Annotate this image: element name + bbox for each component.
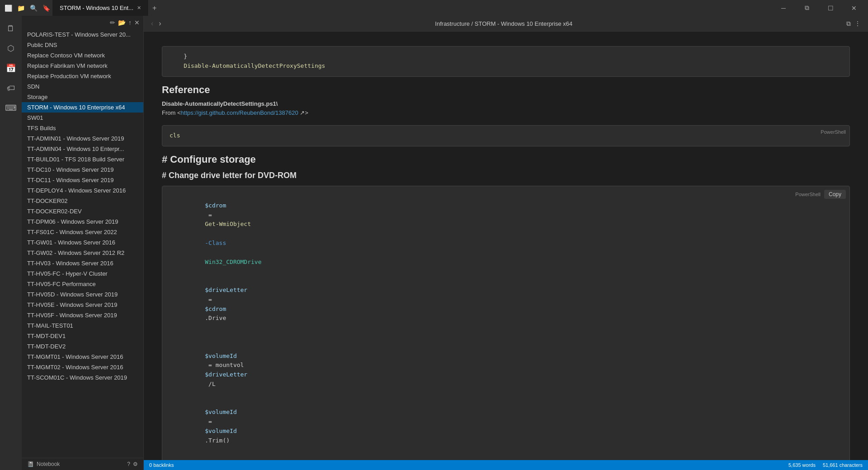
active-tab[interactable]: STORM - Windows 10 Ent... ✕	[52, 0, 149, 16]
bookmark-icon[interactable]: 🔖	[42, 4, 51, 13]
list-item[interactable]: TT-DOCKER02-DEV	[22, 206, 143, 216]
code-block-drive: PowerShell Copy $cdrom = Get-WmiObject -…	[162, 186, 850, 460]
reference-heading: Reference	[162, 84, 850, 96]
code-language-label-ps: PowerShell	[795, 192, 821, 197]
code-block-proxy: } Disable-AutomaticallyDetectProxySettin…	[162, 46, 850, 77]
list-item[interactable]: TT-ADMIN01 - Windows Server 2019	[22, 133, 143, 144]
list-item[interactable]: TT-DEPLOY4 - Windows Server 2016	[22, 185, 143, 196]
list-item[interactable]: Storage	[22, 92, 143, 102]
app-body: 🗒 ⬡ 📅 🏷 ⌨ ✏ 📂 ↑ ✕ POLARIS-TEST - Windows…	[0, 16, 868, 470]
tab-close-button[interactable]: ✕	[137, 5, 141, 11]
list-item-replace-production[interactable]: Replace Production VM network	[22, 71, 143, 81]
list-item[interactable]: TT-HV05-FC Performance	[22, 279, 143, 289]
split-editor-icon[interactable]: ⧉	[846, 20, 851, 28]
configure-storage-heading: # Configure storage	[162, 154, 850, 165]
change-drive-letter-heading: # Change drive letter for DVD-ROM	[162, 171, 850, 180]
list-item[interactable]: TT-FS01C - Windows Server 2022	[22, 227, 143, 237]
sidebar: ✏ 📂 ↑ ✕ POLARIS-TEST - Windows Server 20…	[22, 16, 144, 470]
notebook-label: Notebook	[37, 461, 60, 467]
folder-icon[interactable]: 📁	[16, 4, 25, 13]
list-item[interactable]: TT-HV03 - Windows Server 2016	[22, 258, 143, 268]
status-left: 0 backlinks	[149, 462, 174, 468]
help-icon[interactable]: ?	[127, 461, 130, 467]
list-item[interactable]: TT-DOCKER02	[22, 196, 143, 206]
external-icon: ↗	[298, 109, 305, 116]
nav-bar: ‹ › Infrastructure / STORM - Windows 10 …	[144, 16, 868, 32]
minimize-button[interactable]: ─	[773, 0, 794, 16]
list-item[interactable]: SW01	[22, 113, 143, 123]
list-item[interactable]: TT-DPM06 - Windows Server 2019	[22, 216, 143, 227]
sidebar-list: POLARIS-TEST - Windows Server 20... Publ…	[22, 29, 143, 458]
maximize-button[interactable]: ☐	[820, 0, 841, 16]
tab-bar: STORM - Windows 10 Ent... ✕ +	[52, 0, 771, 16]
notebook-icon: 📓	[27, 461, 34, 467]
code-language-label: PowerShell	[821, 129, 846, 135]
sidebar-toolbar: ✏ 📂 ↑ ✕	[22, 16, 143, 29]
restore-button[interactable]: ⧉	[797, 0, 817, 16]
new-folder-icon[interactable]: 📂	[118, 19, 126, 26]
list-item[interactable]: TT-SCOM01C - Windows Server 2019	[22, 372, 143, 383]
list-item[interactable]: TT-DC10 - Windows Server 2019	[22, 164, 143, 175]
window-controls: ─ ⧉ ☐ ✕	[773, 0, 864, 16]
close-sidebar-icon[interactable]: ✕	[134, 19, 140, 26]
search-icon[interactable]: 🔍	[29, 4, 38, 13]
list-item[interactable]: TT-HV05F - Windows Server 2019	[22, 310, 143, 320]
char-count: 51,661 characters	[823, 462, 863, 468]
list-item[interactable]: TFS Builds	[22, 123, 143, 133]
forward-button[interactable]: ›	[159, 19, 161, 28]
status-bar: 0 backlinks 5,635 words 51,661 character…	[144, 460, 868, 470]
list-item[interactable]: Replace Fabrikam VM network	[22, 61, 143, 71]
explorer-icon[interactable]: ⬜	[4, 4, 13, 13]
graph-icon[interactable]: ⬡	[2, 39, 20, 57]
sidebar-footer[interactable]: 📓 Notebook ? ⚙	[22, 458, 143, 470]
word-count: 5,635 words	[788, 462, 816, 468]
list-item-storm[interactable]: STORM - Windows 10 Enterprise x64	[22, 102, 143, 113]
back-button[interactable]: ‹	[151, 19, 153, 28]
list-item[interactable]: TT-HV05D - Windows Server 2019	[22, 289, 143, 300]
list-item[interactable]: TT-DC11 - Windows Server 2019	[22, 175, 143, 185]
move-icon[interactable]: ↑	[128, 19, 132, 26]
list-item[interactable]: TT-MDT-DEV2	[22, 341, 143, 352]
code-block-header: PowerShell	[821, 129, 846, 135]
tab-label: STORM - Windows 10 Ent...	[60, 5, 133, 11]
edit-icon[interactable]: ✏	[110, 19, 115, 26]
title-bar: ⬜ 📁 🔍 🔖 STORM - Windows 10 Ent... ✕ + ─ …	[0, 0, 868, 16]
list-item[interactable]: TT-GW01 - Windows Server 2016	[22, 237, 143, 248]
list-item[interactable]: TT-BUILD01 - TFS 2018 Build Server	[22, 154, 143, 164]
list-item[interactable]: TT-MAIL-TEST01	[22, 320, 143, 331]
list-item[interactable]: TT-GW02 - Windows Server 2012 R2	[22, 248, 143, 258]
copy-button[interactable]: Copy	[824, 190, 846, 199]
nav-right: ⧉ ⋮	[846, 20, 861, 28]
close-button[interactable]: ✕	[844, 0, 864, 16]
code-block-drive-header: PowerShell Copy	[795, 190, 846, 199]
code-block-cls: PowerShell cls	[162, 125, 850, 146]
activity-bar: 🗒 ⬡ 📅 🏷 ⌨	[0, 16, 22, 470]
breadcrumb: Infrastructure / STORM - Windows 10 Ente…	[167, 20, 841, 27]
list-item[interactable]: Replace Contoso VM network	[22, 50, 143, 61]
files-icon[interactable]: 🗒	[2, 19, 20, 38]
title-bar-left: ⬜ 📁 🔍 🔖	[4, 4, 51, 13]
list-item[interactable]: TT-MDT-DEV1	[22, 331, 143, 341]
reference-link[interactable]: https://gist.github.com/ReubenBond/13876…	[181, 109, 298, 116]
terminal-icon[interactable]: ⌨	[2, 99, 20, 117]
backlinks-status: 0 backlinks	[149, 462, 174, 468]
list-item[interactable]: TT-MGMT01 - Windows Server 2016	[22, 352, 143, 362]
new-tab-button[interactable]: +	[149, 4, 160, 12]
list-item[interactable]: POLARIS-TEST - Windows Server 20...	[22, 29, 143, 40]
list-item[interactable]: TT-ADMIN04 - Windows 10 Enterpr...	[22, 144, 143, 154]
status-right: 5,635 words 51,661 characters	[788, 462, 863, 468]
list-item[interactable]: TT-HV05E - Windows Server 2019	[22, 300, 143, 310]
editor: } Disable-AutomaticallyDetectProxySettin…	[144, 32, 868, 460]
more-options-icon[interactable]: ⋮	[854, 20, 861, 27]
list-item[interactable]: SDN	[22, 81, 143, 92]
list-item[interactable]: TT-HV05-FC - Hyper-V Cluster	[22, 268, 143, 279]
tag-icon[interactable]: 🏷	[2, 79, 20, 97]
calendar-icon[interactable]: 📅	[2, 59, 20, 77]
reference-filename: Disable-AutomaticallyDetectSettings.ps1\	[162, 99, 850, 109]
list-item[interactable]: TT-MGMT02 - Windows Server 2016	[22, 362, 143, 372]
list-item[interactable]: Public DNS	[22, 40, 143, 50]
reference-block: Disable-AutomaticallyDetectSettings.ps1\…	[162, 99, 850, 118]
settings-icon[interactable]: ⚙	[133, 461, 138, 467]
main-content: ‹ › Infrastructure / STORM - Windows 10 …	[144, 16, 868, 470]
reference-from: From <https://gist.github.com/ReubenBond…	[162, 108, 850, 118]
